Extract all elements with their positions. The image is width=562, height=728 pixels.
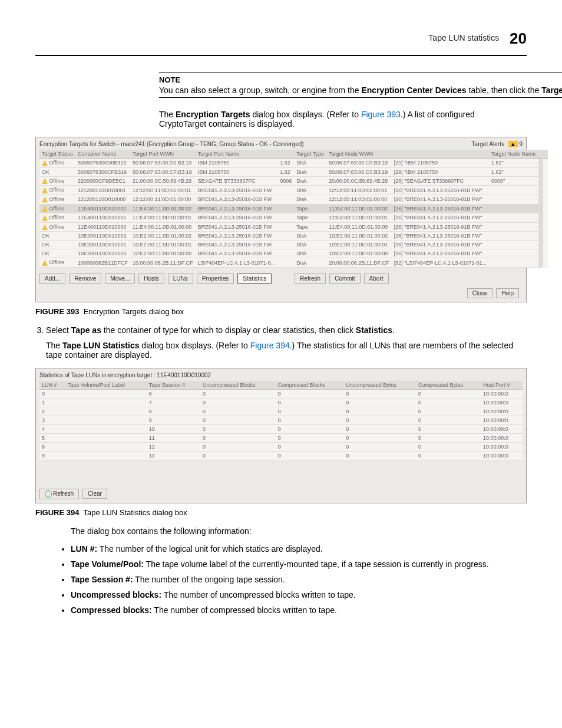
table-row[interactable]: Offline100000062B11DFCF10:00:00:06:2B:11… <box>39 258 548 268</box>
table-row[interactable]: 28000010:00:00:0 <box>39 407 523 416</box>
table-row[interactable]: OK10E200110D01000210:E2:00:11:0D:01:00:0… <box>39 232 548 241</box>
refresh-icon <box>45 490 52 498</box>
paragraph: The dialog box contains the following in… <box>71 526 527 536</box>
abort-button[interactable]: Abort <box>364 274 389 284</box>
column-header[interactable]: Compressed Blocks <box>276 381 343 390</box>
warning-icon <box>42 260 48 266</box>
commit-button[interactable]: Commit <box>329 274 360 284</box>
table-row[interactable]: 17000010:00:00:0 <box>39 398 523 407</box>
refresh-button[interactable]: Refresh <box>295 274 326 284</box>
column-header[interactable]: Uncompressed Bytes <box>343 381 416 390</box>
column-header[interactable]: Tape Session # <box>147 381 200 390</box>
move-button[interactable]: Move... <box>105 274 135 284</box>
warning-icon <box>42 178 48 184</box>
figure-394-caption: FIGURE 394 Tape LUN Statistics dialog bo… <box>35 508 527 517</box>
column-header[interactable]: Target Port WWN <box>130 150 196 159</box>
column-header[interactable]: Host Port V <box>481 381 523 390</box>
column-header[interactable]: Tape Volume/Pool Label <box>65 381 147 390</box>
step-3: Select Tape as the container of type for… <box>46 325 527 360</box>
paragraph: The Encryption Targets dialog box displa… <box>159 110 521 129</box>
add-button[interactable]: Add... <box>39 274 65 284</box>
table-row[interactable]: Offline121200110D01000112:12:00:11:0D:01… <box>39 186 548 195</box>
statisticsbutton[interactable]: Statistics <box>237 274 272 284</box>
column-header[interactable]: Target Type <box>294 150 326 159</box>
close-button[interactable]: Close <box>467 288 493 298</box>
table-row[interactable]: Offline11E400110D01000211:E4:00:11:0D:01… <box>39 204 548 213</box>
lunsbutton[interactable]: LUNs <box>168 274 193 284</box>
column-header[interactable] <box>392 150 489 159</box>
warning-icon <box>42 197 48 203</box>
warning-icon <box>42 224 48 230</box>
table-row[interactable]: Offline5006076300D0B31950:06:07:63:00:D0… <box>39 159 548 168</box>
propertiesbutton[interactable]: Properties <box>197 274 234 284</box>
warning-icon <box>42 215 48 221</box>
warning-icon <box>42 206 48 212</box>
targets-table[interactable]: Target StatusContainer NameTarget Port W… <box>39 150 548 268</box>
warning-icon <box>42 160 48 166</box>
table-row[interactable]: Offline11E400110D01000011:E4:00:11:0D:01… <box>39 222 548 232</box>
figure-394-link[interactable]: Figure 394 <box>250 341 290 350</box>
table-row[interactable]: OK10E200110D01000010:E2:00:11:0D:01:00:0… <box>39 249 548 258</box>
dialog-title: Encryption Targets for Switch - mace241 … <box>39 141 304 147</box>
table-row[interactable]: Offline11E400110D01000111:E4:00:11:0D:01… <box>39 213 548 223</box>
column-header[interactable]: Uncompressed Blocks <box>200 381 276 390</box>
table-row[interactable]: Offline121200110D01000012:12:00:11:0D:01… <box>39 195 548 204</box>
column-header[interactable]: LUN # <box>39 381 65 390</box>
statistics-table[interactable]: LUN #Tape Volume/Pool LabelTape Session … <box>39 381 523 460</box>
list-item: Tape Volume/Pool: The tape volume label … <box>71 559 527 569</box>
tape-lun-statistics-dialog: Statistics of Tape LUNs in encryption ta… <box>35 368 527 503</box>
table-row[interactable]: OK10E200110D01000110:E2:00:11:0D:01:00:0… <box>39 241 548 249</box>
table-row[interactable]: Offline2200000CF9DE5C121:00:00:0C:50:69:… <box>39 176 548 186</box>
table-row[interactable]: 410000010:00:00:0 <box>39 425 523 434</box>
table-row[interactable]: 913000010:00:00:0 <box>39 452 523 460</box>
table-row[interactable]: OK5006076300CFB31950:06:07:63:00:CF:B3:1… <box>39 167 548 176</box>
section-title: Tape LUN statistics <box>428 33 499 42</box>
help-button[interactable]: Help <box>496 288 519 298</box>
dialog-title: Statistics of Tape LUNs in encryption ta… <box>39 372 211 378</box>
figure-393-caption: FIGURE 393 Encryption Targets dialog box <box>35 307 527 316</box>
page-header: Tape LUN statistics 20 <box>35 29 527 51</box>
column-header[interactable]: Target Port Name <box>196 150 278 159</box>
column-header[interactable]: Target Node Name <box>489 150 538 159</box>
info-bullet-list: LUN #: The number of the logical unit fo… <box>59 544 527 615</box>
refresh-button[interactable]: Refresh <box>39 489 79 499</box>
table-row[interactable]: 39000010:00:00:0 <box>39 416 523 425</box>
alert-icon: ▲ <box>508 141 518 147</box>
clear-button[interactable]: Clear <box>82 489 107 499</box>
chapter-number: 20 <box>510 29 527 48</box>
encryption-targets-dialog: Encryption Targets for Switch - mace241 … <box>35 137 527 302</box>
step-list: Select Tape as the container of type for… <box>35 325 527 360</box>
dialog-button-row: Add...RemoveMove...HostsLUNsPropertiesSt… <box>39 274 523 284</box>
header-rule <box>35 55 527 56</box>
list-item: Compressed blocks: The number of compres… <box>71 605 527 615</box>
list-item: Uncompressed blocks: The number of uncom… <box>71 590 527 599</box>
column-header[interactable]: Target Node WWN <box>326 150 392 159</box>
table-row[interactable]: 511000010:00:00:0 <box>39 434 523 443</box>
list-item: LUN #: The number of the logical unit fo… <box>71 544 527 554</box>
figure-393-link[interactable]: Figure 393 <box>361 110 401 119</box>
removebutton[interactable]: Remove <box>69 274 101 284</box>
column-header[interactable] <box>538 150 543 159</box>
column-header[interactable]: Container Name <box>75 150 130 159</box>
column-header[interactable]: Compressed Bytes <box>416 381 481 390</box>
column-header[interactable]: Target Status <box>39 150 75 159</box>
table-row[interactable]: 612000010:00:00:0 <box>39 443 523 452</box>
column-header[interactable] <box>277 150 294 159</box>
table-row[interactable]: 06000010:00:00:0 <box>39 390 523 398</box>
warning-icon <box>42 187 48 193</box>
target-alerts[interactable]: Target Alerts ▲ 9 <box>471 141 523 147</box>
note-heading: NOTE <box>159 75 562 84</box>
note-body: You can also select a group, switch, or … <box>159 85 562 95</box>
list-item: Tape Session #: The number of the ongoin… <box>71 575 527 584</box>
hostsbutton[interactable]: Hosts <box>138 274 164 284</box>
